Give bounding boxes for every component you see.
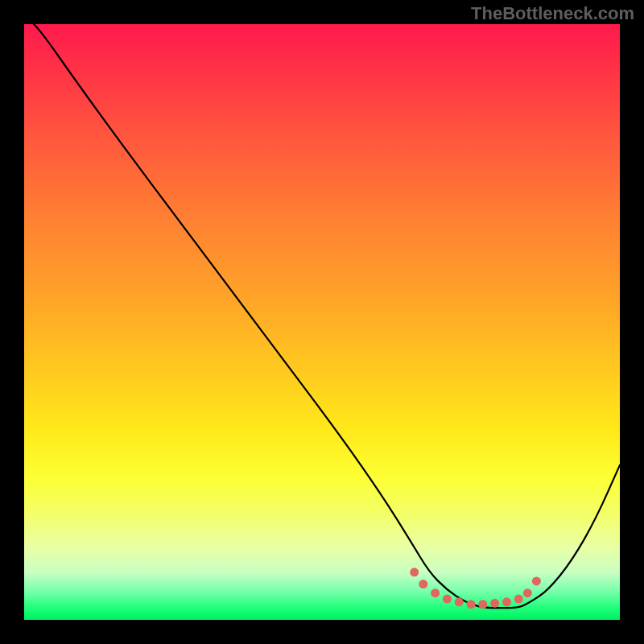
highlight-dot	[431, 588, 440, 597]
flat-minimum-dots	[410, 568, 541, 609]
highlight-dot	[410, 568, 419, 576]
watermark-text: TheBottleneck.com	[471, 3, 634, 24]
chart-frame: TheBottleneck.com	[0, 0, 644, 644]
curve-layer	[24, 24, 620, 620]
highlight-dot	[523, 588, 532, 597]
plot-area	[24, 24, 620, 620]
highlight-dot	[419, 580, 427, 588]
highlight-dot	[455, 597, 464, 606]
highlight-dot	[514, 595, 523, 604]
highlight-dot	[443, 595, 452, 604]
highlight-dot	[478, 600, 487, 609]
highlight-dot	[532, 576, 541, 585]
bottleneck-curve	[24, 24, 620, 608]
highlight-dot	[502, 597, 511, 606]
highlight-dot	[490, 599, 499, 608]
highlight-dot	[467, 600, 476, 609]
